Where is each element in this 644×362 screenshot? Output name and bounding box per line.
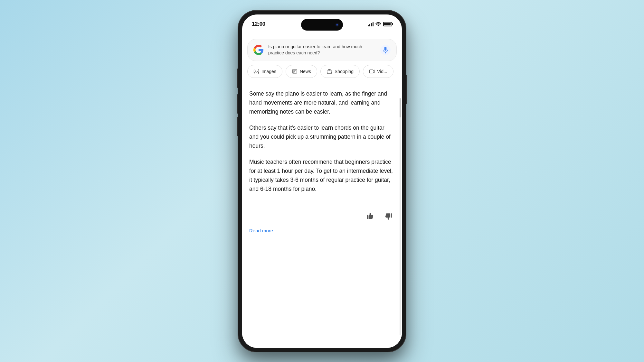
filter-tabs: Images News Shopping bbox=[242, 65, 402, 83]
svg-point-2 bbox=[255, 70, 256, 71]
tab-shopping[interactable]: Shopping bbox=[320, 65, 360, 78]
status-time: 12:00 bbox=[252, 21, 265, 27]
news-icon bbox=[292, 69, 298, 74]
answer-paragraph-3: Music teachers often recommend that begi… bbox=[249, 157, 395, 193]
thumbs-up-button[interactable] bbox=[364, 210, 377, 223]
signal-icon bbox=[368, 22, 374, 26]
answer-paragraph-2: Others say that it's easier to learn cho… bbox=[249, 123, 395, 150]
divider bbox=[242, 83, 402, 83]
tab-video[interactable]: Vid... bbox=[363, 65, 393, 78]
front-camera bbox=[335, 23, 339, 27]
read-more-link[interactable]: Read more bbox=[242, 225, 402, 236]
answer-paragraph-1: Some say the piano is easier to learn, a… bbox=[249, 89, 395, 116]
scrollbar bbox=[400, 98, 401, 335]
tab-shopping-label: Shopping bbox=[335, 69, 354, 74]
search-query-text: Is piano or guitar easier to learn and h… bbox=[268, 44, 376, 56]
thumbs-down-button[interactable] bbox=[382, 210, 395, 223]
microphone-icon[interactable] bbox=[380, 45, 391, 55]
svg-rect-3 bbox=[292, 70, 297, 73]
tab-images-label: Images bbox=[261, 69, 276, 74]
thumbs-up-icon bbox=[366, 212, 374, 220]
wifi-icon bbox=[375, 22, 381, 26]
scrollbar-thumb bbox=[400, 98, 401, 117]
images-icon bbox=[253, 69, 259, 74]
content-area: Is piano or guitar easier to learn and h… bbox=[242, 34, 402, 348]
shopping-icon bbox=[327, 69, 332, 74]
thumbs-down-icon bbox=[384, 212, 393, 220]
google-logo bbox=[253, 45, 264, 55]
tab-video-label: Vid... bbox=[377, 69, 387, 74]
phone-frame: 12:00 bbox=[238, 11, 406, 352]
tab-news-label: News bbox=[300, 69, 311, 74]
video-icon bbox=[369, 69, 375, 74]
battery-icon bbox=[383, 22, 392, 26]
svg-rect-1 bbox=[254, 69, 259, 74]
status-icons bbox=[368, 22, 392, 26]
phone-screen: 12:00 bbox=[242, 14, 402, 348]
tab-news[interactable]: News bbox=[286, 65, 317, 78]
tab-images[interactable]: Images bbox=[247, 65, 282, 78]
search-bar[interactable]: Is piano or guitar easier to learn and h… bbox=[247, 39, 397, 61]
dynamic-island bbox=[301, 19, 343, 31]
svg-rect-7 bbox=[370, 70, 373, 73]
answer-content: Some say the piano is easier to learn, a… bbox=[242, 85, 402, 207]
feedback-row bbox=[242, 207, 402, 225]
